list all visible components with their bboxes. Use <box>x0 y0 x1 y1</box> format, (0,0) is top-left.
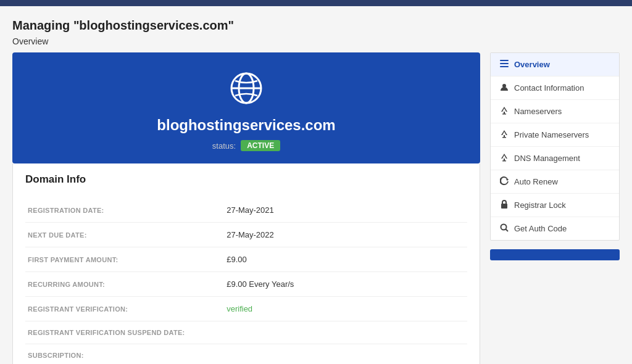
info-label: REGISTRANT VERIFICATION SUSPEND DATE: <box>25 321 224 344</box>
sidebar-item-label-nameservers: Nameservers <box>514 107 562 116</box>
domain-info-card: Domain Info REGISTRATION DATE:27-May-202… <box>12 163 480 364</box>
svg-rect-7 <box>504 112 505 114</box>
info-value <box>224 321 467 344</box>
table-row: RECURRING AMOUNT:£9.00 Every Year/s <box>25 272 467 297</box>
info-label: REGISTRANT VERIFICATION: <box>25 297 224 321</box>
info-label: REGISTRATION DATE: <box>25 198 224 223</box>
nameservers-icon <box>499 106 509 117</box>
svg-rect-10 <box>502 137 506 138</box>
sidebar-item-private-nameservers[interactable]: Private Nameservers <box>491 123 619 147</box>
info-table: REGISTRATION DATE:27-May-2021NEXT DUE DA… <box>25 198 467 364</box>
sidebar-item-label-dns-management: DNS Management <box>514 154 580 163</box>
dns-management-icon <box>499 153 509 163</box>
table-row: REGISTRANT VERIFICATION:verified <box>25 297 467 321</box>
table-row: SUBSCRIPTION: <box>25 344 467 365</box>
overview-label: Overview <box>12 36 620 46</box>
svg-rect-4 <box>500 63 509 64</box>
sidebar-item-label-registrar-lock: Registrar Lock <box>514 201 566 210</box>
sidebar-item-dns-management[interactable]: DNS Management <box>491 147 619 170</box>
sidebar-item-registrar-lock[interactable]: Registrar Lock <box>491 194 619 217</box>
info-label: NEXT DUE DATE: <box>25 223 224 247</box>
sidebar-item-label-private-nameservers: Private Nameservers <box>514 130 589 139</box>
contact-information-icon <box>499 83 509 93</box>
svg-rect-12 <box>502 160 506 162</box>
overview-icon <box>499 59 509 70</box>
info-value: £9.00 <box>224 247 467 272</box>
table-row: REGISTRATION DATE:27-May-2021 <box>25 198 467 223</box>
auto-renew-icon <box>499 176 509 187</box>
globe-icon <box>229 71 264 110</box>
domain-name: bloghostingservices.com <box>157 117 335 134</box>
status-label-text: status: <box>212 141 236 151</box>
page-wrapper: Managing "bloghostingservices.com" Overv… <box>0 6 632 364</box>
table-row: REGISTRANT VERIFICATION SUSPEND DATE: <box>25 321 467 344</box>
sidebar-item-label-overview: Overview <box>514 60 550 69</box>
svg-rect-9 <box>504 135 505 137</box>
svg-line-15 <box>506 230 509 232</box>
registrar-lock-icon <box>499 200 509 210</box>
card-title: Domain Info <box>25 173 467 188</box>
info-value <box>224 344 467 365</box>
status-line: status: ACTIVE <box>212 140 280 151</box>
svg-rect-11 <box>504 159 505 160</box>
svg-rect-5 <box>500 66 509 67</box>
sidebar-action-button[interactable] <box>490 249 620 260</box>
top-bar <box>0 0 632 6</box>
table-row: NEXT DUE DATE:27-May-2022 <box>25 223 467 247</box>
info-label: SUBSCRIPTION: <box>25 344 224 365</box>
sidebar-nav: OverviewContact InformationNameserversPr… <box>490 52 620 241</box>
sidebar-item-overview[interactable]: Overview <box>491 53 619 77</box>
table-row: FIRST PAYMENT AMOUNT:£9.00 <box>25 247 467 272</box>
sidebar-item-contact-information[interactable]: Contact Information <box>491 77 619 100</box>
main-content: bloghostingservices.com status: ACTIVE D… <box>12 52 480 364</box>
info-value: 27-May-2021 <box>224 198 467 223</box>
info-label: RECURRING AMOUNT: <box>25 272 224 297</box>
sidebar-item-get-auth-code[interactable]: Get Auth Code <box>491 217 619 240</box>
info-value: 27-May-2022 <box>224 223 467 247</box>
sidebar-item-label-auto-renew: Auto Renew <box>514 177 558 186</box>
svg-point-14 <box>501 225 507 230</box>
svg-rect-3 <box>500 60 509 61</box>
sidebar: OverviewContact InformationNameserversPr… <box>490 52 620 260</box>
sidebar-item-nameservers[interactable]: Nameservers <box>491 100 619 123</box>
private-nameservers-icon <box>499 130 509 140</box>
domain-banner: bloghostingservices.com status: ACTIVE <box>12 52 480 163</box>
info-value: verified <box>224 297 467 321</box>
sidebar-item-label-contact-information: Contact Information <box>514 83 584 93</box>
sidebar-item-label-get-auth-code: Get Auth Code <box>514 224 567 233</box>
svg-rect-13 <box>501 204 507 209</box>
get-auth-code-icon <box>499 223 509 234</box>
sidebar-button-area <box>490 247 620 260</box>
info-value: £9.00 Every Year/s <box>224 272 467 297</box>
svg-rect-8 <box>502 114 506 115</box>
content-layout: bloghostingservices.com status: ACTIVE D… <box>12 52 620 364</box>
status-badge: ACTIVE <box>241 140 280 151</box>
page-title: Managing "bloghostingservices.com" <box>12 19 620 33</box>
info-label: FIRST PAYMENT AMOUNT: <box>25 247 224 272</box>
sidebar-item-auto-renew[interactable]: Auto Renew <box>491 170 619 194</box>
